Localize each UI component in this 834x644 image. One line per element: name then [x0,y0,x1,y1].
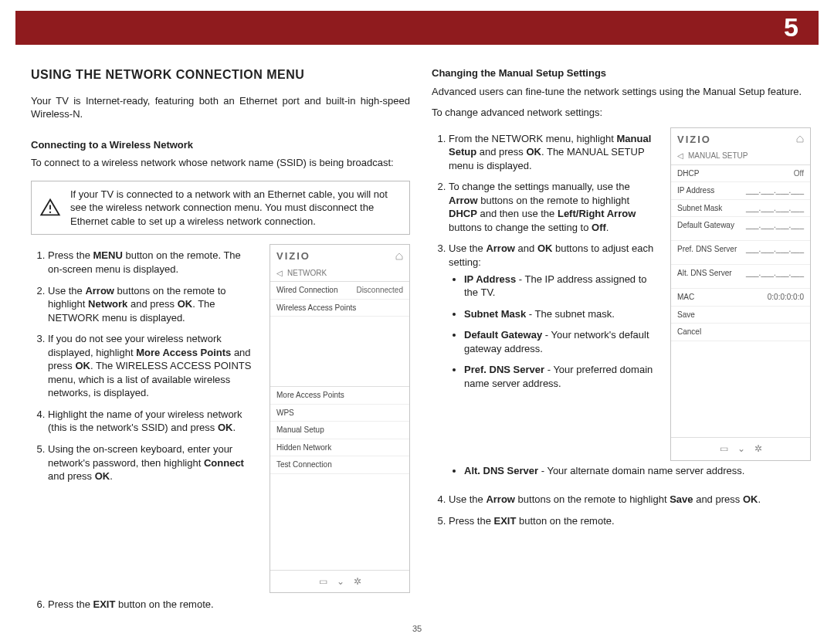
wireless-steps-cont: Press the EXIT button on the remote. [31,598,410,619]
chapter-banner: 5 [15,11,819,45]
gear-icon: ✲ [354,575,361,588]
list-item: Subnet Mask - The subnet mask. [464,307,658,321]
manual-steps: From the NETWORK menu, highlight Manual … [432,132,658,391]
list-item: Pref. DNS Server - Your preferred domain… [464,363,658,390]
subheading-manual: Changing the Manual Setup Settings [432,66,811,80]
osd-subtitle: MANUAL SETUP [688,151,748,161]
chevron-down-icon: ⌄ [337,575,344,588]
step-m3: Use the Arrow and OK buttons to adjust e… [449,242,658,390]
step-1: Press the MENU button on the remote. The… [48,249,257,276]
manual-intro: Advanced users can fine-tune the network… [432,85,811,99]
osd-row: WPS [270,405,409,422]
back-icon: ◁ [677,151,683,161]
osd-row: Test Connection [270,456,409,474]
left-column: USING THE NETWORK CONNECTION MENU Your T… [31,59,410,630]
wide-icon: ▭ [319,575,327,588]
manual-lead: To change advanced network settings: [432,106,811,120]
chevron-down-icon: ⌄ [737,442,745,455]
osd-subtitle: NETWORK [287,268,327,279]
home-icon [796,135,804,143]
warning-box: If your TV is connected to a network wit… [31,181,410,236]
home-icon [395,253,403,260]
osd-manual-setup-panel: VIZIO ◁ MANUAL SETUP DHCPOff IP Address_… [670,127,811,461]
osd-row: Pref. DNS Server___.___.___.___ [671,241,810,265]
step-m2: To change the settings manually, use the… [449,180,658,234]
osd-row: MAC0:0:0:0:0:0 [671,289,810,307]
svg-point-1 [49,212,51,213]
warning-text: If your TV is connected to a network wit… [70,188,402,229]
osd-row: Default Gateway___.___.___.___ [671,217,810,241]
gear-icon: ✲ [754,442,762,455]
list-item: IP Address - The IP address assigned to … [464,273,658,300]
step-6: Press the EXIT button on the remote. [48,598,410,612]
wireless-lead: To connect to a wireless network whose n… [31,156,410,170]
wide-icon: ▭ [720,442,728,455]
osd-row: Wireless Access Points [270,300,409,317]
step-m5: Press the EXIT button on the remote. [449,514,811,528]
subheading-wireless: Connecting to a Wireless Network [31,138,410,152]
list-item: Alt. DNS Server - Your alternate domain … [464,464,811,478]
osd-row: Save [671,307,810,324]
osd-brand: VIZIO [677,133,711,147]
step-3: If you do not see your wireless network … [48,332,257,400]
osd-row: Cancel [671,324,810,341]
step-2: Use the Arrow buttons on the remote to h… [48,284,257,325]
step-m1: From the NETWORK menu, highlight Manual … [449,132,658,173]
chapter-number: 5 [784,10,798,46]
settings-list: IP Address - The IP address assigned to … [449,273,658,391]
osd-network-panel: VIZIO ◁ NETWORK Wired ConnectionDisconne… [270,244,410,593]
osd-row: Manual Setup [270,422,409,439]
osd-brand: VIZIO [276,249,310,263]
step-4: Highlight the name of your wireless netw… [48,408,257,435]
osd-row: Wired ConnectionDisconnected [270,282,409,300]
manual-steps-cont: Use the Arrow buttons on the remote to h… [432,493,811,535]
section-title: USING THE NETWORK CONNECTION MENU [31,66,410,83]
step-5: Using the on-screen keyboard, enter your… [48,442,257,483]
list-item: Default Gateway - Your network's default… [464,328,658,355]
intro-text: Your TV is Internet-ready, featuring bot… [31,94,410,121]
right-column: Changing the Manual Setup Settings Advan… [432,59,811,630]
settings-list-cont: Alt. DNS Server - Your alternate domain … [432,464,811,486]
step-m4: Use the Arrow buttons on the remote to h… [449,493,811,507]
osd-row: IP Address___.___.___.___ [671,182,810,200]
footer-page-number: 35 [0,623,834,635]
osd-row: Hidden Network [270,439,409,457]
osd-row: Subnet Mask___.___.___.___ [671,200,810,218]
back-icon: ◁ [276,268,283,279]
osd-row: Alt. DNS Server___.___.___.___ [671,265,810,289]
osd-row: More Access Points [270,387,409,405]
warning-icon [39,197,61,219]
osd-bottom-bar: ▭ ⌄ ✲ [671,437,810,459]
osd-bottom-bar: ▭ ⌄ ✲ [270,570,409,592]
osd-row: DHCPOff [671,165,810,183]
wireless-steps: Press the MENU button on the remote. The… [31,249,257,483]
